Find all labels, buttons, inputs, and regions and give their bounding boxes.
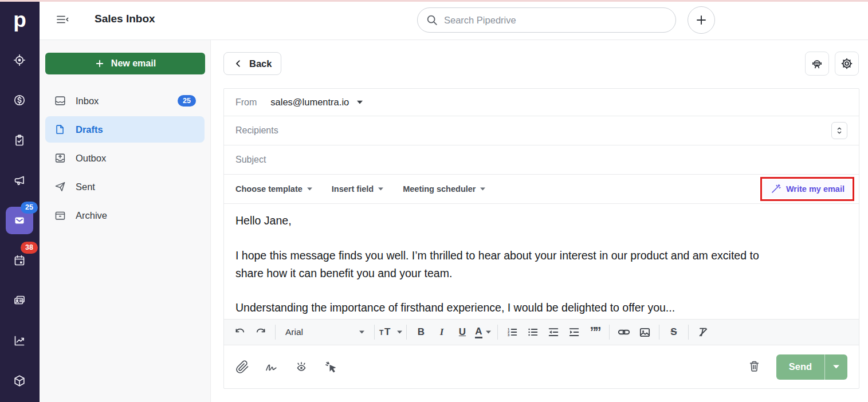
pipedrive-logo: p bbox=[0, 3, 40, 37]
caret-down-icon bbox=[359, 330, 364, 334]
new-email-label: New email bbox=[111, 58, 156, 69]
recipients-row bbox=[224, 116, 859, 145]
strikethrough-button[interactable]: S bbox=[663, 322, 684, 342]
chevron-left-icon bbox=[233, 58, 243, 69]
sidebar-item-archive[interactable]: Archive bbox=[45, 202, 205, 228]
send-button[interactable]: Send bbox=[776, 354, 824, 380]
expand-recipients-button[interactable] bbox=[831, 122, 847, 139]
ai-assistant-button[interactable] bbox=[805, 52, 829, 76]
send-options-button[interactable] bbox=[824, 354, 847, 380]
sidebar-item-label: Inbox bbox=[76, 96, 99, 107]
drafts-file-icon bbox=[54, 123, 66, 136]
top-edge-strip bbox=[0, 0, 868, 2]
strikethrough-glyph: S bbox=[670, 326, 677, 338]
divider bbox=[659, 325, 659, 340]
italic-glyph: I bbox=[440, 326, 444, 338]
insert-image-button[interactable] bbox=[634, 322, 655, 342]
redo-button[interactable] bbox=[250, 322, 271, 342]
email-body-paragraph: I hope this message finds you well. I’m … bbox=[235, 247, 780, 282]
nav-rail: p 25 38 bbox=[0, 0, 40, 402]
eye-tracking-icon bbox=[294, 360, 309, 374]
indent-button[interactable] bbox=[564, 322, 584, 342]
inbox-icon bbox=[54, 94, 66, 107]
attach-file-button[interactable] bbox=[235, 360, 249, 374]
sidebar-item-label: Archive bbox=[76, 210, 107, 221]
settings-button[interactable] bbox=[835, 52, 859, 76]
font-family-select[interactable]: Arial bbox=[280, 322, 370, 342]
underline-button[interactable]: U bbox=[452, 322, 473, 342]
sidebar-item-drafts[interactable]: Drafts bbox=[45, 116, 205, 143]
template-bar: Choose template Insert field Meeting sch… bbox=[224, 175, 859, 204]
sidebar-item-label: Outbox bbox=[76, 153, 106, 164]
open-tracking-button[interactable] bbox=[294, 360, 309, 374]
insert-field-label: Insert field bbox=[332, 184, 374, 194]
subject-input[interactable] bbox=[235, 155, 847, 165]
nav-leads[interactable] bbox=[6, 46, 33, 74]
image-icon bbox=[638, 326, 651, 339]
insert-link-button[interactable] bbox=[614, 322, 634, 342]
nav-deals[interactable] bbox=[6, 86, 33, 114]
divider bbox=[688, 325, 689, 340]
nav-insights[interactable] bbox=[6, 327, 33, 354]
nav-products[interactable] bbox=[6, 367, 33, 395]
redo-icon bbox=[254, 326, 267, 338]
bullet-list-button[interactable] bbox=[523, 322, 543, 342]
annotation-highlight-box: Write my email bbox=[760, 177, 854, 201]
delete-draft-button[interactable] bbox=[747, 359, 761, 375]
text-color-button[interactable]: A bbox=[473, 322, 493, 342]
undo-button[interactable] bbox=[230, 322, 250, 342]
outdent-button[interactable] bbox=[543, 322, 564, 342]
from-address: sales@lumentra.io bbox=[270, 97, 349, 108]
mail-sidebar: New email Inbox 25 Drafts Outbox Sent bbox=[40, 40, 211, 402]
deals-dollar-icon bbox=[13, 93, 26, 107]
nav-campaigns[interactable] bbox=[6, 167, 33, 194]
sidebar-item-outbox[interactable]: Outbox bbox=[45, 145, 205, 171]
italic-button[interactable]: I bbox=[431, 322, 452, 342]
from-row: From sales@lumentra.io bbox=[224, 89, 859, 116]
sidebar-item-sent[interactable]: Sent bbox=[45, 174, 205, 200]
caret-down-icon bbox=[357, 100, 363, 104]
meeting-scheduler-dropdown[interactable]: Meeting scheduler bbox=[403, 184, 485, 194]
new-email-button[interactable]: New email bbox=[45, 53, 205, 74]
clear-formatting-button[interactable] bbox=[693, 322, 713, 342]
write-my-email-button[interactable]: Write my email bbox=[763, 180, 851, 198]
sidebar-item-inbox[interactable]: Inbox 25 bbox=[45, 88, 205, 114]
recipients-input[interactable] bbox=[235, 125, 831, 136]
from-account-select[interactable]: sales@lumentra.io bbox=[270, 97, 363, 108]
header-actions bbox=[805, 52, 859, 76]
insert-signature-button[interactable] bbox=[264, 360, 279, 374]
back-button[interactable]: Back bbox=[223, 52, 281, 75]
magic-wand-icon bbox=[770, 183, 781, 195]
email-body-editor[interactable]: Hello Jane, I hope this message finds yo… bbox=[224, 204, 859, 319]
sidebar-item-label: Drafts bbox=[76, 124, 103, 135]
ordered-list-button[interactable]: 123 bbox=[502, 322, 523, 342]
font-size-button[interactable]: TT bbox=[379, 322, 402, 342]
nav-activities[interactable] bbox=[6, 127, 33, 154]
insert-field-dropdown[interactable]: Insert field bbox=[332, 184, 383, 194]
compose-footer: Send bbox=[224, 345, 859, 388]
meeting-scheduler-label: Meeting scheduler bbox=[403, 184, 476, 194]
indent-icon bbox=[568, 326, 580, 338]
svg-text:T: T bbox=[379, 329, 384, 337]
quick-add-button[interactable] bbox=[688, 6, 715, 34]
top-bar: Sales Inbox bbox=[40, 0, 868, 40]
chevrons-up-down-icon bbox=[835, 125, 844, 136]
text-color-glyph: A bbox=[475, 326, 482, 338]
sidebar-item-label: Sent bbox=[76, 182, 95, 192]
contacts-card-icon bbox=[13, 294, 26, 308]
bold-button[interactable]: B bbox=[411, 322, 431, 342]
compose-header: Back bbox=[211, 40, 868, 76]
caret-down-icon bbox=[307, 187, 312, 191]
caret-down-icon bbox=[480, 187, 485, 191]
blockquote-button[interactable]: ”” bbox=[584, 322, 605, 342]
subject-row bbox=[224, 145, 859, 175]
ordered-list-icon: 123 bbox=[506, 326, 519, 338]
nav-contacts[interactable] bbox=[6, 287, 33, 314]
choose-template-dropdown[interactable]: Choose template bbox=[235, 184, 312, 194]
insights-chart-icon bbox=[13, 334, 26, 348]
sidebar-collapse-button[interactable] bbox=[54, 13, 70, 27]
search-input[interactable] bbox=[444, 15, 667, 26]
click-tracking-button[interactable] bbox=[324, 360, 339, 375]
mail-folders: Inbox 25 Drafts Outbox Sent Archive bbox=[45, 88, 205, 231]
caret-down-icon bbox=[833, 365, 839, 369]
